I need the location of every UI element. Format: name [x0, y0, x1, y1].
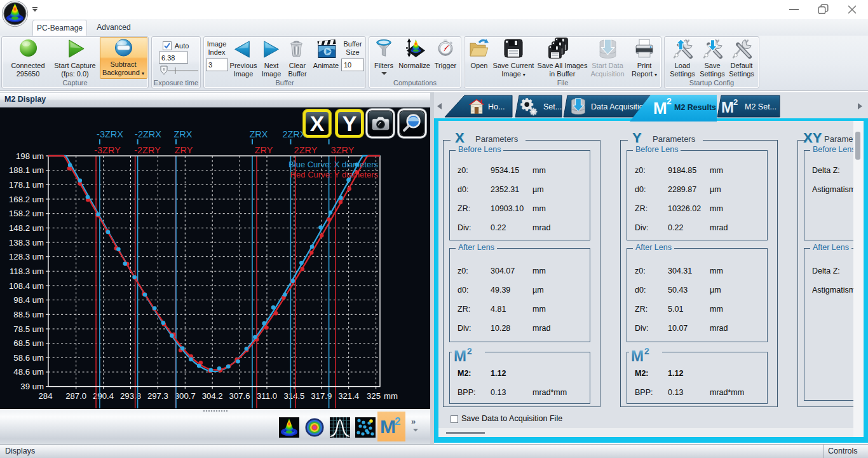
svg-text:198 um: 198 um — [16, 151, 44, 161]
svg-text:188.1 um: 188.1 um — [9, 165, 44, 175]
svg-text:314.5: 314.5 — [283, 391, 304, 401]
svg-text:M: M — [380, 416, 396, 437]
svg-text:M: M — [454, 347, 466, 364]
svg-text:287.0: 287.0 — [65, 391, 86, 401]
svg-text:-3ZRX: -3ZRX — [97, 129, 123, 139]
svg-text:Set...: Set... — [543, 102, 562, 111]
svg-text:300.7: 300.7 — [175, 391, 196, 401]
svg-text:321.4: 321.4 — [338, 391, 359, 401]
svg-text:M: M — [721, 99, 734, 116]
svg-text:ZRY: ZRY — [175, 145, 193, 155]
svg-text:39 um: 39 um — [20, 382, 44, 391]
svg-text:168.2 um: 168.2 um — [9, 195, 44, 204]
svg-text:2: 2 — [467, 347, 472, 356]
svg-text:Ho...: Ho... — [488, 102, 505, 111]
svg-text:307.6: 307.6 — [229, 391, 250, 401]
svg-text:M2 Results: M2 Results — [674, 103, 716, 112]
svg-text:M: M — [631, 347, 644, 364]
svg-text:128.3 um: 128.3 um — [9, 252, 44, 261]
svg-text:2: 2 — [733, 97, 738, 107]
svg-text:118.3 um: 118.3 um — [10, 267, 44, 276]
svg-text:ZRY: ZRY — [255, 145, 273, 155]
svg-text:98.4 um: 98.4 um — [13, 295, 44, 305]
svg-text:2: 2 — [395, 415, 400, 427]
svg-text:88.5 um: 88.5 um — [13, 310, 44, 319]
svg-text:-2ZRX: -2ZRX — [135, 129, 161, 139]
svg-text:325: 325 — [367, 391, 381, 401]
svg-text:M2 Set...: M2 Set... — [745, 102, 776, 111]
svg-text:108.4 um: 108.4 um — [9, 281, 44, 291]
svg-text:Blue Curve: X diameters: Blue Curve: X diameters — [288, 160, 378, 169]
svg-text:2: 2 — [644, 347, 649, 356]
svg-text:58.6 um: 58.6 um — [13, 353, 44, 363]
svg-text:3ZRY: 3ZRY — [331, 145, 355, 155]
svg-text:-2ZRY: -2ZRY — [134, 145, 161, 155]
svg-text:297.3: 297.3 — [147, 391, 168, 401]
svg-text:48.6 um: 48.6 um — [13, 367, 44, 377]
svg-text:148.2 um: 148.2 um — [9, 223, 44, 233]
svg-text:2ZRY: 2ZRY — [294, 145, 318, 155]
svg-text:Red Curve: Y diameters: Red Curve: Y diameters — [290, 170, 379, 179]
svg-text:284: 284 — [38, 391, 52, 401]
svg-text:138.3 um: 138.3 um — [9, 238, 44, 247]
svg-text:158.2 um: 158.2 um — [9, 209, 44, 218]
svg-text:M: M — [653, 99, 667, 118]
svg-text:ZRX: ZRX — [174, 129, 193, 139]
svg-text:mm: mm — [384, 391, 398, 401]
svg-text:304.2: 304.2 — [202, 391, 223, 401]
svg-text:2: 2 — [667, 96, 672, 106]
svg-text:ZRX: ZRX — [250, 129, 268, 139]
svg-text:78.5 um: 78.5 um — [13, 324, 44, 334]
svg-text:68.5 um: 68.5 um — [13, 338, 44, 348]
svg-text:178.1 um: 178.1 um — [9, 180, 44, 190]
svg-text:-3ZRY: -3ZRY — [94, 145, 121, 155]
svg-text:311.0: 311.0 — [257, 391, 277, 401]
